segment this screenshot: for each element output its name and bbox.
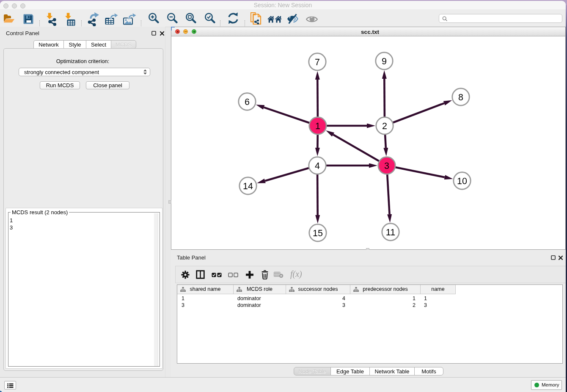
svg-text:3: 3 [384,161,389,171]
svg-text:10: 10 [457,176,467,186]
svg-text:9: 9 [382,56,387,66]
svg-text:8: 8 [458,92,463,102]
svg-text:4: 4 [315,161,320,171]
svg-text:scc.txt: scc.txt [361,29,379,35]
svg-text:11: 11 [386,227,395,237]
svg-text:2: 2 [382,121,387,131]
svg-text:15: 15 [313,228,323,238]
svg-text:6: 6 [245,97,250,107]
svg-text:1: 1 [315,121,320,131]
svg-text:14: 14 [243,181,253,191]
svg-text:7: 7 [315,57,320,67]
